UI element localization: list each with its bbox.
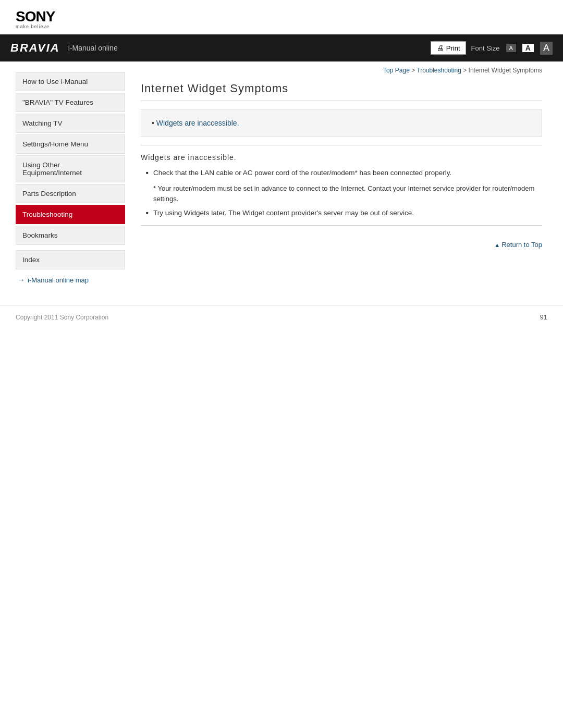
copyright-text: Copyright 2011 Sony Corporation (16, 314, 108, 321)
breadcrumb-sep1: > (410, 67, 417, 74)
sidebar-item-watching-tv[interactable]: Watching TV (16, 114, 125, 133)
font-size-label: Font Size (471, 44, 500, 52)
content-list-2: Try using Widgets later. The Widget cont… (146, 208, 542, 218)
header-logo-area: SONY make.believe (0, 0, 563, 34)
nav-bar-right: 🖨 Print Font Size A A A (431, 41, 553, 55)
sidebar-item-index[interactable]: Index (16, 250, 125, 269)
breadcrumb-troubleshooting[interactable]: Troubleshooting (417, 67, 461, 74)
sidebar-map-link[interactable]: → i-Manual online map (16, 276, 125, 284)
content-list: Check that the LAN cable or AC power cor… (146, 168, 542, 178)
nav-title: i-Manual online (68, 44, 118, 52)
bravia-logo: BRAVIA (10, 41, 60, 55)
breadcrumb: Top Page > Troubleshooting > Internet Wi… (141, 67, 542, 74)
return-top-row: Return to Top (141, 236, 542, 249)
main-layout: How to Use i-Manual "BRAVIA" TV Features… (0, 61, 563, 294)
font-size-medium-button[interactable]: A (522, 44, 534, 52)
summary-list-item: Widgets are inaccessible. (152, 119, 531, 127)
summary-box: Widgets are inaccessible. (141, 109, 542, 137)
arrow-right-icon: → (18, 276, 25, 284)
content-list-item-1: Check that the LAN cable or AC power cor… (146, 168, 542, 178)
page-number: 91 (540, 313, 547, 321)
breadcrumb-current: Internet Widget Symptoms (469, 67, 542, 74)
sidebar-item-bookmarks[interactable]: Bookmarks (16, 226, 125, 245)
sidebar-map-label: i-Manual online map (28, 276, 89, 284)
page-title: Internet Widget Symptoms (141, 82, 542, 101)
note-text: * Your router/modem must be set in advan… (153, 183, 542, 204)
sidebar-item-settings[interactable]: Settings/Home Menu (16, 134, 125, 154)
page-footer: Copyright 2011 Sony Corporation 91 (0, 305, 563, 329)
sidebar-item-bravia-features[interactable]: "BRAVIA" TV Features (16, 93, 125, 112)
sidebar-item-how-to-use[interactable]: How to Use i-Manual (16, 72, 125, 91)
font-size-small-button[interactable]: A (506, 44, 516, 52)
print-label: Print (446, 44, 460, 52)
nav-bar: BRAVIA i-Manual online 🖨 Print Font Size… (0, 34, 563, 61)
sidebar: How to Use i-Manual "BRAVIA" TV Features… (0, 61, 125, 294)
sony-logo: SONY (16, 9, 547, 24)
sony-tagline: make.believe (16, 24, 547, 29)
print-button[interactable]: 🖨 Print (431, 41, 466, 55)
summary-link-widgets[interactable]: Widgets are inaccessible. (156, 119, 239, 127)
print-icon: 🖨 (436, 44, 444, 52)
content-divider-bottom (141, 225, 542, 226)
sidebar-item-parts-description[interactable]: Parts Description (16, 184, 125, 203)
font-size-large-button[interactable]: A (540, 42, 553, 55)
sidebar-item-troubleshooting[interactable]: Troubleshooting (16, 205, 125, 224)
nav-bar-left: BRAVIA i-Manual online (10, 41, 118, 55)
content-list-item-2: Try using Widgets later. The Widget cont… (146, 208, 542, 218)
content-divider (141, 145, 542, 145)
content-area: Top Page > Troubleshooting > Internet Wi… (125, 61, 563, 294)
section-heading: Widgets are inaccessible. (141, 153, 542, 162)
summary-list: Widgets are inaccessible. (152, 119, 531, 127)
return-to-top-link[interactable]: Return to Top (494, 241, 542, 249)
sidebar-item-equipment-internet[interactable]: Using Other Equipment/Internet (16, 155, 125, 182)
breadcrumb-top-page[interactable]: Top Page (383, 67, 410, 74)
breadcrumb-sep2: > (461, 67, 469, 74)
